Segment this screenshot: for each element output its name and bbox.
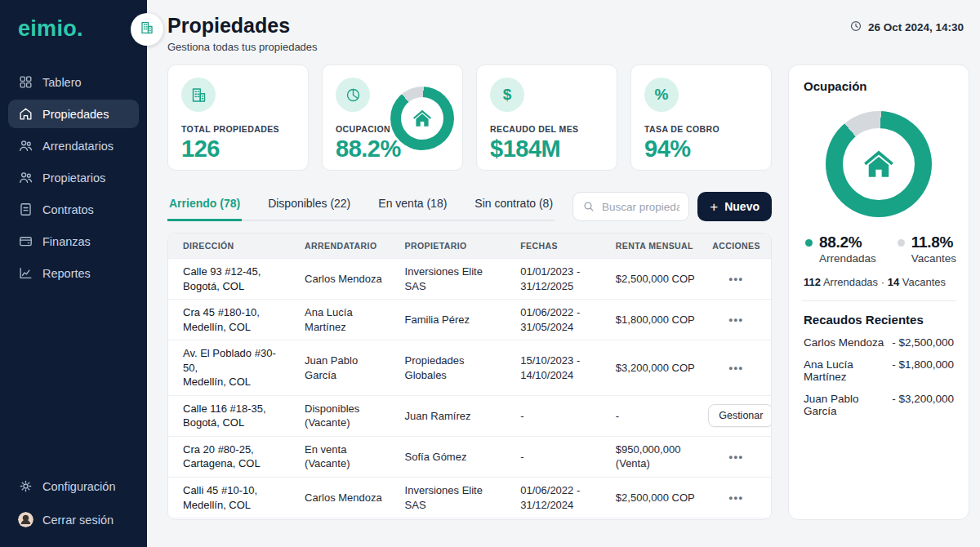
building-icon (140, 20, 154, 38)
tab-disponibles-22[interactable]: Disponibles (22) (266, 192, 352, 221)
plus-icon: + (710, 200, 718, 214)
brand-logo: eimio. (8, 15, 139, 42)
row-actions-menu-icon[interactable]: ••• (729, 273, 744, 285)
stat-value: $184M (490, 136, 604, 162)
cell-direccion: Calle 93 #12-45, Bogotá, COL (168, 518, 290, 520)
stat-label: TOTAL PROPIEDADES (181, 124, 295, 134)
payment-amount: - $2,500,000 (892, 336, 954, 349)
table-row: Cra 20 #80-25, Cartagena, COLEn venta (V… (168, 436, 771, 477)
sidebar-item-arrendatarios[interactable]: Arrendatarios (8, 131, 139, 160)
datetime-display: 26 Oct 2024, 14:30 (849, 20, 964, 35)
cell-renta: $2,500,000 COP (601, 485, 708, 511)
column-header-direccion: DIRECCIÓN (168, 241, 290, 251)
row-actions-menu-icon[interactable]: ••• (729, 451, 744, 463)
stat-card-ocupacion: OCUPACION88.2% (322, 64, 463, 171)
stat-value: 126 (181, 136, 295, 162)
cell-propietario: Inversiones Elite SAS (390, 259, 506, 299)
page-header: Propiedades Gestiona todas tus propiedad… (167, 13, 967, 53)
table-row: Calle 116 #18-35, Bogotá, COLDisponibles… (168, 395, 771, 436)
table-row: Calli 45 #10-10, Medellín, COLCarlos Men… (168, 477, 771, 518)
column-header-renta-mensual: RENTA MENSUAL (601, 241, 708, 251)
clock-icon (849, 20, 862, 35)
column-header-propietario: PROPIETARIO (390, 241, 506, 251)
search-input[interactable] (602, 201, 679, 213)
stat-card-total-propiedades: TOTAL PROPIEDADES126 (167, 64, 309, 171)
cell-direccion: Cra 20 #80-25, Cartagena, COL (168, 437, 290, 477)
pie-icon (336, 78, 370, 112)
page-subtitle: Gestiona todas tus propiedades (167, 41, 318, 53)
sidebar-item-label: Tablero (42, 76, 82, 89)
sidebar-item-label: Propiedades (42, 108, 109, 121)
recent-payments-list: Carlos Mendoza- $2,500,000Ana Lucía Mart… (804, 336, 954, 417)
sidebar-item-cerrar-sesion[interactable]: Cerrar sesión (8, 505, 139, 534)
sidebar-item-label: Configuración (42, 480, 115, 493)
cell-direccion: Av. El Poblado #30-50, Medellín, COL (168, 340, 290, 395)
legend-item-vacantes: 11.8%Vacantes (898, 233, 956, 265)
wallet-icon (18, 233, 33, 249)
sidebar-item-propietarios[interactable]: Propietarios (8, 163, 139, 192)
properties-table: DIRECCIÓNARRENDATARIOPROPIETARIOFECHASRE… (167, 233, 772, 520)
cell-renta: $950,000,000 (Venta) (601, 437, 708, 477)
cell-fechas: 15/10/2023 - 14/10/2024 (506, 348, 601, 388)
recent-payments-title: Recaudos Recientes (804, 313, 954, 327)
payment-name: Carlos Mendoza (804, 336, 884, 349)
cell-arrendatario: Ana Lucía Martínez (290, 518, 390, 520)
sidebar-item-configuracion[interactable]: Configuración (8, 472, 139, 500)
sidebar-nav: TableroPropiedadesArrendatariosPropietar… (8, 68, 139, 287)
legend-dot (898, 239, 905, 247)
page-title: Propiedades (167, 13, 318, 38)
gear-icon (18, 478, 33, 494)
gestionar-button[interactable]: Gestionar (708, 404, 772, 427)
datetime-text: 26 Oct 2024, 14:30 (868, 21, 964, 33)
table-row: Calle 93 #12-45, Bogotá, COLCarlos Mendo… (168, 258, 771, 299)
cell-renta: - (601, 403, 708, 429)
row-actions-menu-icon[interactable]: ••• (729, 491, 744, 504)
sidebar-item-tablero[interactable]: Tablero (8, 68, 139, 96)
occupancy-legend: 88.2%Arrendadas11.8%Vacantes (804, 233, 954, 265)
document-icon (18, 202, 33, 217)
cell-direccion: Calli 45 #10-10, Medellín, COL (168, 478, 290, 518)
home-icon (401, 97, 443, 140)
new-property-button[interactable]: + Nuevo (697, 192, 772, 221)
row-actions-menu-icon[interactable]: ••• (729, 314, 744, 326)
cell-acciones: ••• (708, 485, 771, 511)
cell-fechas: - (506, 403, 601, 429)
cell-propietario: Sofía Gómez (390, 444, 506, 470)
sidebar-item-propiedades[interactable]: Propiedades (8, 100, 139, 128)
sidebar-item-label: Reportes (42, 267, 91, 280)
payment-amount: - $3,200,000 (892, 393, 954, 417)
home-icon (18, 106, 33, 122)
cell-arrendatario: Disponibles (Vacante) (290, 396, 390, 436)
sidebar-item-contratos[interactable]: Contratos (8, 195, 139, 224)
cell-direccion: Calle 116 #18-35, Bogotá, COL (168, 396, 290, 436)
column-header-arrendatario: ARRENDATARIO (290, 241, 390, 251)
sidebar-item-finanzas[interactable]: Finanzas (8, 227, 139, 256)
payment-row: Juan Pablo García- $3,200,000 (804, 393, 954, 417)
tab-arriendo-78[interactable]: Arriendo (78) (167, 192, 242, 221)
sidebar: eimio. TableroPropiedadesArrendatariosPr… (0, 0, 147, 547)
tabs: Arriendo (78)Disponibles (22)En venta (1… (167, 192, 555, 221)
legend-value: 88.2% (819, 233, 862, 251)
content-column: TOTAL PROPIEDADES126OCUPACION88.2%$RECAU… (167, 64, 772, 520)
table-row: Calle 93 #12-45, Bogotá, COLAna Lucía Ma… (168, 518, 771, 520)
dashboard-icon (18, 74, 33, 90)
stat-label: TASA DE COBRO (644, 124, 758, 134)
tab-sin-contrato-8[interactable]: Sin contrato (8) (473, 192, 555, 221)
sidebar-toggle-button[interactable] (131, 13, 163, 46)
sidebar-item-label: Cerrar sesión (42, 514, 114, 527)
payment-row: Carlos Mendoza- $2,500,000 (804, 336, 954, 349)
occupancy-donut-chart (826, 111, 932, 217)
cell-fechas: 01/01/2023 - 31/12/2025 (506, 259, 601, 299)
stat-cards: TOTAL PROPIEDADES126OCUPACION88.2%$RECAU… (167, 64, 772, 171)
tab-en-venta-18[interactable]: En venta (18) (376, 192, 448, 221)
search-box[interactable] (572, 192, 689, 221)
home-icon (862, 147, 896, 181)
cell-arrendatario: Carlos Mendoza (290, 266, 390, 292)
payment-row: Ana Lucía Martínez- $1,800,000 (804, 358, 954, 383)
cell-propietario: Inversiones Elite SAS (390, 478, 506, 518)
occupancy-summary: 112 Arrendadas · 14 Vacantes (804, 276, 954, 288)
sidebar-item-reportes[interactable]: Reportes (8, 259, 139, 287)
stat-card-tasa-de-cobro: %TASA DE COBRO94% (630, 64, 772, 171)
table-body: Calle 93 #12-45, Bogotá, COLCarlos Mendo… (168, 258, 771, 520)
row-actions-menu-icon[interactable]: ••• (729, 362, 744, 374)
